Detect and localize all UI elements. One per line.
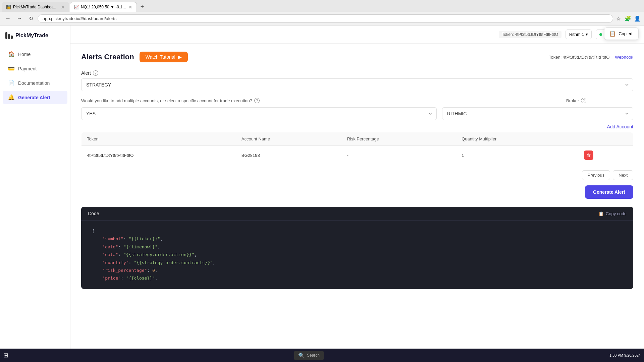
address-bar[interactable]: app.pickmytrade.io/#/dashboard/alerts [38, 14, 613, 23]
browser-tab-1[interactable]: 🔒 PickMyTrade Dashboard - Ma... ✕ [2, 2, 69, 12]
copied-popup: 📋 Copied! [604, 27, 639, 40]
cell-account-name: BG28198 [236, 146, 342, 165]
app-container: PickMyTrade 🏠 Home 💳 Payment 📄 Documenta… [0, 25, 644, 349]
sidebar-item-generate-alert[interactable]: 🔔 Generate Alert [3, 91, 67, 104]
broker-info-icon[interactable]: ? [581, 98, 586, 103]
search-label: Search [307, 353, 320, 358]
sidebar-label-generate-alert: Generate Alert [18, 95, 50, 100]
code-body: { "symbol": "{{ticker}}", "date": "{{tim… [81, 221, 633, 289]
next-button[interactable]: Next [613, 170, 633, 180]
copied-text: Copied! [619, 31, 634, 36]
yes-no-select[interactable]: YES NO [81, 107, 437, 120]
code-label: Code [88, 211, 99, 216]
clipboard-icon: 📋 [609, 31, 616, 37]
code-header: Code 📋 Copy code [81, 207, 633, 221]
add-account-button[interactable]: Add Account [607, 124, 633, 129]
broker-dropdown[interactable]: Rithmic ▾ [566, 29, 592, 39]
generate-alert-button[interactable]: Generate Alert [585, 185, 633, 199]
col-quantity-multiplier: Quantity Multiplier [456, 132, 579, 146]
sidebar-item-payment[interactable]: 💳 Payment [3, 62, 67, 75]
start-icon[interactable]: ⊞ [3, 352, 8, 359]
question-row: Would you like to add multiple accounts,… [81, 98, 633, 103]
add-account-row: Add Account [81, 124, 633, 129]
payment-icon: 💳 [8, 65, 15, 72]
col-account-name: Account Name [236, 132, 342, 146]
browser-chrome: 🔒 PickMyTrade Dashboard - Ma... ✕ 📈 NQ1!… [0, 0, 644, 25]
logo-icon [5, 32, 13, 39]
sidebar-item-home[interactable]: 🏠 Home [3, 48, 67, 61]
sidebar: PickMyTrade 🏠 Home 💳 Payment 📄 Documenta… [0, 25, 70, 349]
tab-favicon-1: 🔒 [6, 5, 11, 9]
code-section: Code 📋 Copy code { "symbol": "{{ticker}}… [81, 207, 633, 289]
code-key-date: "date" [92, 244, 118, 249]
code-key-quantity: "quantity" [92, 260, 129, 265]
previous-button[interactable]: Previous [582, 170, 610, 180]
taskbar-right: 1:30 PM 9/20/2024 [609, 353, 641, 357]
cell-delete: 🗑 [579, 146, 633, 165]
code-val-price: "{{close}}" [126, 276, 155, 281]
broker-select-field[interactable]: RITHMIC [442, 107, 633, 120]
taskbar: ⊞ 🔍 Search 1:30 PM 9/20/2024 [0, 349, 644, 362]
table-body: 4tPt3t5tLtDtYt9tFtItFtItO BG28198 - 1 🗑 [82, 146, 633, 165]
tab-close-1[interactable]: ✕ [61, 4, 65, 10]
browser-tab-2[interactable]: 📈 NQ1! 20,050.50 ▼ -0.14% Un... ✕ [70, 2, 137, 12]
address-text: app.pickmytrade.io/#/dashboard/alerts [43, 16, 116, 21]
back-button[interactable]: ← [3, 14, 13, 23]
search-icon: 🔍 [298, 352, 305, 359]
taskbar-time: 1:30 PM 9/20/2024 [609, 353, 641, 357]
code-open-brace: { [92, 229, 95, 234]
broker-select-wrapper: RITHMIC [442, 107, 633, 120]
copy-icon: 📋 [598, 211, 604, 216]
documentation-icon: 📄 [8, 80, 15, 86]
sidebar-label-payment: Payment [18, 66, 37, 71]
alert-select[interactable]: STRATEGY [81, 78, 633, 91]
new-tab-button[interactable]: + [138, 2, 147, 12]
page-title: Alerts Creation [81, 53, 134, 61]
question-info-icon[interactable]: ? [254, 98, 260, 103]
extension-icon[interactable]: 🧩 [625, 15, 631, 22]
accounts-table: Token Account Name Risk Percentage Quant… [81, 132, 633, 165]
alert-info-icon[interactable]: ? [93, 70, 98, 76]
selects-row: YES NO RITHMIC [81, 107, 633, 120]
question-text-content: Would you like to add multiple accounts,… [81, 98, 252, 103]
multiple-accounts-question: Would you like to add multiple accounts,… [81, 98, 555, 103]
table-head: Token Account Name Risk Percentage Quant… [82, 132, 633, 146]
webhook-link[interactable]: Webhook [615, 55, 633, 60]
sidebar-label-home: Home [18, 52, 31, 57]
broker-label-text: Broker [566, 98, 579, 103]
header-token: Token: 4tPt3t5tLtDtYt9tFtItFtItO [499, 31, 561, 38]
pagination-row: Previous Next [81, 170, 633, 180]
play-icon: ▶ [178, 54, 182, 60]
forward-button[interactable]: → [15, 14, 24, 23]
reload-button[interactable]: ↻ [26, 14, 36, 23]
code-key-data: "data" [92, 252, 118, 257]
yes-no-wrapper: YES NO [81, 107, 437, 120]
sidebar-item-documentation[interactable]: 📄 Documentation [3, 76, 67, 89]
tab-close-2[interactable]: ✕ [128, 4, 132, 10]
watch-tutorial-button[interactable]: Watch Tutorial ▶ [140, 52, 188, 62]
bookmark-icon[interactable]: ☆ [615, 15, 622, 22]
code-key-symbol: "symbol" [92, 236, 123, 241]
copy-code-label: Copy code [606, 211, 627, 216]
col-risk-percentage: Risk Percentage [341, 132, 456, 146]
page-content: Alerts Creation Watch Tutorial ▶ Token: … [70, 44, 644, 297]
trash-icon: 🗑 [587, 153, 591, 158]
token-webhook-row: Token: 4tPt3t5tLtDtYt9tFtItFtItO Webhook [549, 55, 633, 60]
code-key-price: "price" [92, 276, 121, 281]
delete-row-button[interactable]: 🗑 [584, 150, 593, 160]
table-row: 4tPt3t5tLtDtYt9tFtItFtItO BG28198 - 1 🗑 [82, 146, 633, 165]
top-header: Token: 4tPt3t5tLtDtYt9tFtItFtItO Rithmic… [70, 25, 644, 44]
alert-label-text: Alert [81, 70, 91, 76]
browser-tabs: 🔒 PickMyTrade Dashboard - Ma... ✕ 📈 NQ1!… [0, 0, 644, 12]
copy-code-button[interactable]: 📋 Copy code [598, 211, 627, 216]
cell-quantity-multiplier: 1 [456, 146, 579, 165]
tab-favicon-2: 📈 [74, 5, 79, 9]
code-key-risk: "risk_percentage" [92, 268, 147, 273]
tab-title-2: NQ1! 20,050.50 ▼ -0.14% Un... [81, 5, 126, 9]
broker-field-label: Broker ? [566, 98, 633, 103]
generate-alert-row: Generate Alert [81, 185, 633, 199]
logo-bar-1 [5, 32, 7, 39]
home-icon: 🏠 [8, 51, 15, 57]
profile-icon[interactable]: 👤 [634, 15, 641, 22]
taskbar-search[interactable]: 🔍 Search [294, 351, 324, 360]
